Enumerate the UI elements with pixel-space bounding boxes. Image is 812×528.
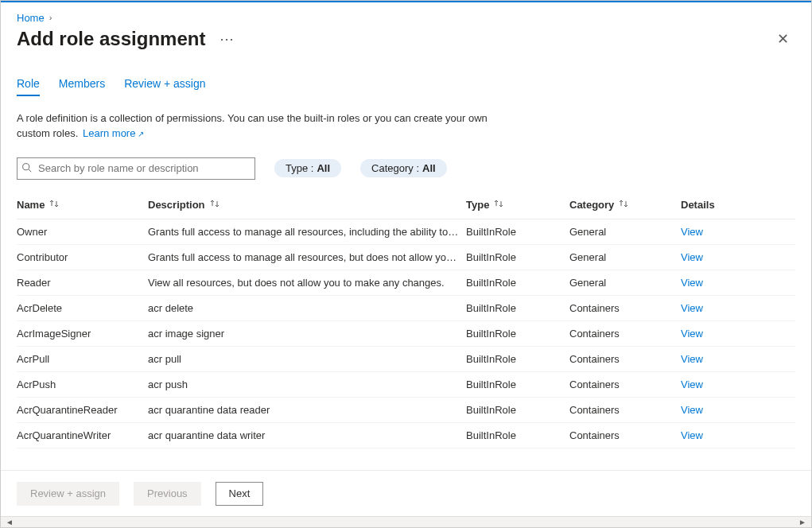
cell-description: View all resources, but does not allow y… bbox=[148, 277, 466, 289]
col-header-name-label: Name bbox=[17, 199, 45, 211]
external-link-icon: ↗ bbox=[138, 130, 144, 138]
table-body: OwnerGrants full access to manage all re… bbox=[17, 219, 795, 448]
panel: Home › Add role assignment ⋯ ✕ RoleMembe… bbox=[1, 1, 811, 527]
category-filter-value: All bbox=[422, 162, 436, 174]
category-filter-pill[interactable]: Category : All bbox=[360, 159, 447, 177]
search-input[interactable] bbox=[17, 157, 255, 180]
learn-more-label: Learn more bbox=[83, 127, 135, 139]
cell-category: Containers bbox=[569, 379, 681, 390]
cell-category: General bbox=[569, 251, 681, 263]
table-row[interactable]: AcrDeleteacr deleteBuiltInRoleContainers… bbox=[17, 296, 795, 321]
page-title: Add role assignment bbox=[17, 28, 205, 50]
view-details-link[interactable]: View bbox=[681, 277, 703, 289]
description: A role definition is a collection of per… bbox=[17, 111, 510, 142]
table-row[interactable]: ReaderView all resources, but does not a… bbox=[17, 270, 795, 296]
view-details-link[interactable]: View bbox=[681, 404, 703, 416]
cell-type: BuiltInRole bbox=[466, 328, 569, 340]
cell-description: acr quarantine data writer bbox=[148, 429, 466, 441]
cell-category: General bbox=[569, 226, 681, 238]
tab-role[interactable]: Role bbox=[17, 72, 40, 96]
cell-description: acr delete bbox=[148, 302, 466, 314]
cell-type: BuiltInRole bbox=[466, 379, 569, 390]
scroll-right-icon[interactable]: ► bbox=[795, 518, 810, 526]
cell-type: BuiltInRole bbox=[466, 302, 569, 314]
sort-icon bbox=[619, 199, 628, 211]
cell-category: Containers bbox=[569, 328, 681, 340]
cell-name: AcrQuarantineReader bbox=[17, 404, 148, 416]
table-row[interactable]: AcrQuarantineWriteracr quarantine data w… bbox=[17, 423, 795, 448]
col-header-name[interactable]: Name bbox=[17, 199, 148, 211]
cell-name: AcrDelete bbox=[17, 302, 148, 314]
cell-category: Containers bbox=[569, 353, 681, 365]
learn-more-link[interactable]: Learn more↗ bbox=[83, 127, 144, 139]
previous-button[interactable]: Previous bbox=[134, 482, 201, 506]
cell-type: BuiltInRole bbox=[466, 226, 569, 238]
cell-category: Containers bbox=[569, 404, 681, 416]
type-filter-pill[interactable]: Type : All bbox=[274, 159, 341, 177]
cell-description: Grants full access to manage all resourc… bbox=[148, 251, 466, 263]
table-row[interactable]: AcrQuarantineReaderacr quarantine data r… bbox=[17, 398, 795, 423]
col-header-category-label: Category bbox=[569, 199, 614, 211]
table-row[interactable]: AcrImageSigneracr image signerBuiltInRol… bbox=[17, 321, 795, 347]
review-assign-button[interactable]: Review + assign bbox=[17, 482, 119, 506]
view-details-link[interactable]: View bbox=[681, 302, 703, 314]
next-button[interactable]: Next bbox=[216, 482, 264, 506]
cell-description: Grants full access to manage all resourc… bbox=[148, 226, 466, 238]
cell-name: AcrPush bbox=[17, 379, 148, 390]
col-header-category[interactable]: Category bbox=[569, 199, 681, 211]
cell-name: AcrPull bbox=[17, 353, 148, 365]
sort-icon bbox=[210, 199, 220, 211]
cell-type: BuiltInRole bbox=[466, 277, 569, 289]
table-row[interactable]: ContributorGrants full access to manage … bbox=[17, 245, 795, 270]
view-details-link[interactable]: View bbox=[681, 226, 703, 238]
sort-icon bbox=[49, 199, 59, 211]
cell-description: acr push bbox=[148, 379, 466, 390]
type-filter-prefix: Type : bbox=[286, 162, 313, 174]
cell-category: Containers bbox=[569, 429, 681, 441]
cell-type: BuiltInRole bbox=[466, 353, 569, 365]
col-header-details: Details bbox=[681, 199, 795, 211]
view-details-link[interactable]: View bbox=[681, 328, 703, 340]
cell-category: General bbox=[569, 277, 681, 289]
table-row[interactable]: OwnerGrants full access to manage all re… bbox=[17, 219, 795, 245]
cell-name: Contributor bbox=[17, 251, 148, 263]
cell-description: acr image signer bbox=[148, 328, 466, 340]
view-details-link[interactable]: View bbox=[681, 251, 703, 263]
cell-name: AcrQuarantineWriter bbox=[17, 429, 148, 441]
title-row: Add role assignment ⋯ ✕ bbox=[17, 28, 795, 50]
more-actions-button[interactable]: ⋯ bbox=[215, 29, 240, 49]
view-details-link[interactable]: View bbox=[681, 379, 703, 390]
breadcrumb: Home › bbox=[17, 9, 795, 26]
tabs: RoleMembersReview + assign bbox=[17, 72, 795, 97]
close-icon[interactable]: ✕ bbox=[771, 29, 795, 49]
cell-type: BuiltInRole bbox=[466, 429, 569, 441]
roles-table: Name Description Type Category Details bbox=[17, 191, 795, 448]
sort-icon bbox=[494, 199, 503, 211]
search-wrap bbox=[17, 157, 255, 180]
cell-category: Containers bbox=[569, 302, 681, 314]
cell-name: Reader bbox=[17, 277, 148, 289]
cell-description: acr pull bbox=[148, 353, 466, 365]
col-header-type[interactable]: Type bbox=[466, 199, 569, 211]
view-details-link[interactable]: View bbox=[681, 429, 703, 441]
category-filter-prefix: Category : bbox=[371, 162, 419, 174]
tab-members[interactable]: Members bbox=[59, 72, 105, 96]
breadcrumb-home[interactable]: Home bbox=[17, 12, 45, 24]
view-details-link[interactable]: View bbox=[681, 353, 703, 365]
table-row[interactable]: AcrPushacr pushBuiltInRoleContainersView bbox=[17, 372, 795, 398]
col-header-description-label: Description bbox=[148, 199, 205, 211]
cell-name: Owner bbox=[17, 226, 148, 238]
footer: Review + assign Previous Next bbox=[1, 470, 811, 516]
horizontal-scrollbar[interactable]: ◄ ► bbox=[1, 516, 811, 527]
tab-review-assign[interactable]: Review + assign bbox=[124, 72, 205, 96]
cell-type: BuiltInRole bbox=[466, 404, 569, 416]
type-filter-value: All bbox=[317, 162, 330, 174]
scroll-region[interactable]: RoleMembersReview + assign A role defini… bbox=[1, 50, 811, 470]
col-header-type-label: Type bbox=[466, 199, 489, 211]
header-area: Home › Add role assignment ⋯ ✕ bbox=[1, 2, 811, 50]
chevron-right-icon: › bbox=[49, 13, 52, 22]
cell-type: BuiltInRole bbox=[466, 251, 569, 263]
table-row[interactable]: AcrPullacr pullBuiltInRoleContainersView bbox=[17, 347, 795, 372]
col-header-description[interactable]: Description bbox=[148, 199, 466, 211]
scroll-left-icon[interactable]: ◄ bbox=[2, 518, 17, 526]
